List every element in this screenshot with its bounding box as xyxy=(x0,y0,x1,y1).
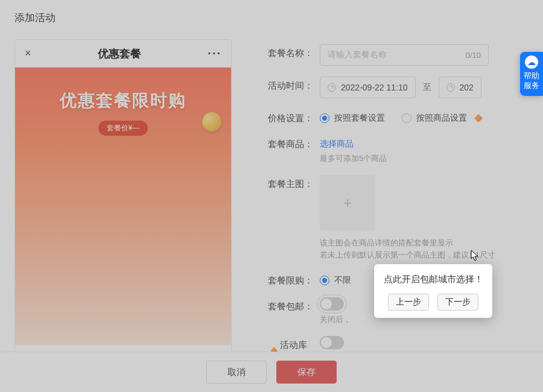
diamond-icon xyxy=(474,114,483,122)
radio-dot-icon xyxy=(402,113,411,123)
radio-by-product-label: 按照商品设置 xyxy=(416,113,467,124)
clock-icon xyxy=(328,83,336,92)
radio-dot-icon xyxy=(320,113,329,123)
select-products-link[interactable]: 选择商品 xyxy=(320,135,354,150)
banner-price-pill: 套餐价¥— xyxy=(98,121,148,136)
upload-main-image[interactable]: + xyxy=(320,175,375,230)
label-main-image: 套餐主图： xyxy=(268,175,320,190)
label-free-shipping: 套餐包邮： xyxy=(268,297,320,312)
radio-unlimited-label: 不限 xyxy=(334,275,351,286)
radio-by-package-label: 按照套餐设置 xyxy=(334,113,385,124)
page-title: 添加活动 xyxy=(14,11,529,25)
preview-panel: × 优惠套餐 ··· 优惠套餐限时购 套餐价¥— xyxy=(14,39,232,375)
banner-title: 优惠套餐限时购 xyxy=(15,89,231,112)
form-panel: 套餐名称： 请输入套餐名称 0/10 活动时间： 2022-09-22 11:1… xyxy=(268,39,529,375)
end-time-value: 202 xyxy=(460,83,474,92)
cancel-button[interactable]: 取消 xyxy=(206,361,267,384)
toggle-activity-stock[interactable] xyxy=(320,336,344,349)
chat-bubble-icon: ☁ xyxy=(525,55,538,69)
label-package-products: 套餐商品： xyxy=(268,135,320,150)
package-name-placeholder: 请输入套餐名称 xyxy=(328,49,387,60)
start-time-input[interactable]: 2022-09-22 11:10 xyxy=(320,77,416,98)
radio-by-package[interactable]: 按照套餐设置 xyxy=(320,113,385,124)
label-package-name: 套餐名称： xyxy=(268,44,320,59)
tour-popover: 点此开启包邮城市选择！ 上一步 下一步 xyxy=(374,264,492,318)
help-tab-line1: 帮助 xyxy=(520,71,543,81)
tour-popover-text: 点此开启包邮城市选择！ xyxy=(381,273,485,285)
label-activity-time: 活动时间： xyxy=(268,77,320,92)
label-price-setting: 价格设置： xyxy=(268,109,320,124)
clock-icon xyxy=(446,83,455,92)
radio-dot-icon xyxy=(320,276,329,285)
toggle-free-shipping[interactable] xyxy=(320,297,344,311)
coin-icon xyxy=(202,112,221,131)
end-time-input[interactable]: 202 xyxy=(439,77,481,98)
time-separator: 至 xyxy=(423,82,431,93)
save-button[interactable]: 保存 xyxy=(276,361,337,384)
help-tab[interactable]: ☁ 帮助 服务 xyxy=(520,52,543,96)
tour-prev-button[interactable]: 上一步 xyxy=(388,294,429,311)
package-name-input[interactable]: 请输入套餐名称 0/10 xyxy=(320,44,489,66)
radio-by-product[interactable]: 按照商品设置 xyxy=(402,113,483,124)
close-icon[interactable]: × xyxy=(25,47,31,60)
preview-title: 优惠套餐 xyxy=(98,46,141,61)
radio-unlimited[interactable]: 不限 xyxy=(320,275,351,286)
label-purchase-limit: 套餐限购： xyxy=(268,271,320,286)
tour-next-button[interactable]: 下一步 xyxy=(437,294,478,311)
package-name-counter: 0/10 xyxy=(466,51,481,60)
main-image-hint-1: 该主图会在商品详情的搭配套餐里显示 xyxy=(320,238,529,248)
products-hint: 最多可添加5个商品 xyxy=(320,153,529,164)
help-tab-line2: 服务 xyxy=(520,81,543,90)
start-time-value: 2022-09-22 11:10 xyxy=(341,83,408,92)
preview-body: 优惠套餐限时购 套餐价¥— xyxy=(15,68,231,345)
more-icon[interactable]: ··· xyxy=(208,46,221,60)
plus-icon: + xyxy=(343,194,352,212)
main-image-hint-2: 若未上传则默认展示第一个商品主图，建议1:1尺寸 xyxy=(320,250,529,261)
footer: 取消 保存 xyxy=(0,352,543,392)
